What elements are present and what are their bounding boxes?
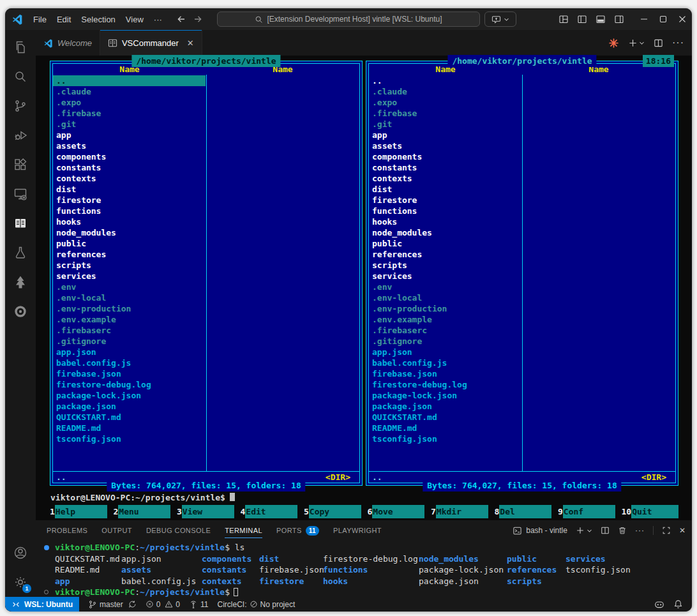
file-row[interactable]: .firebaserc: [369, 325, 521, 336]
circleci-item[interactable]: CircleCI: No project: [218, 600, 296, 609]
file-row[interactable]: package.json: [369, 401, 521, 412]
copilot-status-icon[interactable]: [654, 599, 664, 610]
maximize-button[interactable]: [654, 8, 673, 30]
close-tab-icon[interactable]: ✕: [187, 38, 194, 48]
file-row[interactable]: .git: [53, 119, 206, 130]
file-row[interactable]: public: [369, 238, 521, 249]
file-row[interactable]: app: [53, 130, 206, 140]
vscommander-view-icon[interactable]: [5, 209, 36, 238]
file-row[interactable]: app: [369, 130, 521, 140]
remote-explorer-icon[interactable]: [5, 179, 36, 209]
menu-edit[interactable]: Edit: [52, 13, 76, 26]
branch-item[interactable]: master: [88, 600, 137, 609]
file-row[interactable]: .env-production: [53, 303, 206, 314]
toggle-secondary-sidebar-icon[interactable]: [614, 14, 624, 24]
forward-arrow-icon[interactable]: [193, 14, 203, 24]
copilot-menu-button[interactable]: [484, 11, 516, 27]
file-row[interactable]: babel.config.js: [53, 357, 206, 368]
file-row[interactable]: .firebase: [53, 108, 206, 119]
minimize-button[interactable]: [634, 8, 654, 30]
commander-command-line[interactable]: viktor@LENOVO-PC:~/projects/vintle$: [50, 492, 678, 504]
accounts-icon[interactable]: [5, 538, 36, 567]
terminal-content[interactable]: viktor@LENOVO-PC:~/projects/vintle$ ls Q…: [36, 541, 692, 598]
tab-vscommander[interactable]: VSCommander ✕: [100, 30, 202, 56]
more-actions-icon[interactable]: ···: [672, 37, 684, 49]
circleci-icon[interactable]: [5, 297, 36, 326]
settings-gear-icon[interactable]: 1: [5, 567, 36, 597]
fn-key-mkdir[interactable]: 7Mkdir: [431, 505, 488, 518]
file-row[interactable]: firebase.json: [53, 368, 206, 379]
new-terminal-button[interactable]: [576, 526, 592, 535]
file-row[interactable]: package-lock.json: [53, 390, 206, 401]
split-editor-icon[interactable]: [654, 38, 663, 48]
file-row[interactable]: functions: [53, 206, 206, 216]
file-row[interactable]: .env-production: [369, 303, 521, 314]
file-row[interactable]: .env.example: [369, 314, 521, 325]
toggle-primary-sidebar-icon[interactable]: [577, 14, 587, 24]
command-center-search[interactable]: [Extension Development Host] vintle [WSL…: [217, 11, 480, 27]
file-row[interactable]: ..: [53, 75, 206, 86]
file-row[interactable]: package-lock.json: [369, 390, 521, 401]
search-view-icon[interactable]: [5, 62, 36, 91]
new-terminal-split[interactable]: [628, 38, 645, 48]
panel-tab-output[interactable]: OUTPUT: [101, 520, 132, 541]
file-row[interactable]: babel.config.js: [369, 357, 521, 368]
file-row[interactable]: .expo: [369, 97, 521, 108]
run-and-debug-icon[interactable]: [5, 121, 36, 150]
fn-key-edit[interactable]: 4Edit: [241, 505, 298, 518]
panel-tab-problems[interactable]: PROBLEMS: [47, 520, 87, 541]
customize-layout-icon[interactable]: [558, 14, 569, 24]
file-row[interactable]: firestore-debug.log: [53, 379, 206, 390]
menu-selection[interactable]: Selection: [76, 13, 120, 26]
menu-view[interactable]: View: [121, 13, 149, 26]
file-row[interactable]: dist: [369, 184, 521, 195]
file-row[interactable]: hooks: [53, 216, 206, 227]
file-row[interactable]: .gitignore: [53, 336, 206, 347]
close-panel-icon[interactable]: ✕: [679, 526, 686, 535]
fn-key-help[interactable]: 1Help: [50, 505, 107, 518]
file-row[interactable]: README.md: [53, 423, 206, 433]
source-control-icon[interactable]: [5, 91, 36, 121]
pane-path-title[interactable]: /home/viktor/projects/vintle: [447, 55, 596, 67]
file-row[interactable]: public: [53, 238, 206, 249]
file-row[interactable]: services: [369, 271, 521, 282]
file-row[interactable]: constants: [53, 162, 206, 173]
menu-[interactable]: ···: [149, 13, 167, 26]
terminal-instance[interactable]: bash - vintle: [513, 526, 567, 536]
extensions-icon[interactable]: [5, 150, 36, 179]
spark-star-icon[interactable]: [608, 38, 619, 49]
file-row[interactable]: .env.example: [53, 314, 206, 325]
file-row[interactable]: contexts: [369, 173, 521, 184]
file-row[interactable]: .git: [369, 119, 521, 130]
file-row[interactable]: .gitignore: [369, 336, 521, 347]
file-row[interactable]: assets: [369, 140, 521, 151]
file-row[interactable]: .firebaserc: [53, 325, 206, 336]
file-row[interactable]: tsconfig.json: [53, 433, 206, 444]
file-row[interactable]: README.md: [369, 423, 521, 433]
file-row[interactable]: references: [369, 249, 521, 260]
file-row[interactable]: node_modules: [369, 227, 521, 238]
file-row[interactable]: tsconfig.json: [369, 433, 521, 444]
file-row[interactable]: QUICKSTART.md: [53, 412, 206, 423]
file-row[interactable]: services: [53, 271, 206, 282]
file-row[interactable]: constants: [369, 162, 521, 173]
menu-file[interactable]: File: [28, 13, 52, 26]
file-row[interactable]: ..: [369, 75, 521, 86]
panel-tab-debug-console[interactable]: DEBUG CONSOLE: [146, 520, 211, 541]
fn-key-menu[interactable]: 2Menu: [114, 505, 171, 518]
ports-item[interactable]: 11: [189, 600, 208, 609]
file-row[interactable]: components: [369, 151, 521, 162]
toggle-panel-icon[interactable]: [596, 14, 606, 24]
file-row[interactable]: .env: [53, 282, 206, 292]
explorer-icon[interactable]: [5, 33, 36, 62]
file-row[interactable]: .expo: [53, 97, 206, 108]
remote-indicator[interactable]: WSL: Ubuntu: [5, 597, 79, 612]
fn-key-copy[interactable]: 5Copy: [304, 505, 361, 518]
file-row[interactable]: hooks: [369, 216, 521, 227]
fn-key-view[interactable]: 3View: [177, 505, 234, 518]
file-row[interactable]: contexts: [53, 173, 206, 184]
panel-tab-playwright[interactable]: PLAYWRIGHT: [333, 520, 382, 541]
notifications-bell-icon[interactable]: [673, 599, 683, 609]
file-row[interactable]: functions: [369, 206, 521, 216]
file-row[interactable]: .env-local: [53, 292, 206, 303]
